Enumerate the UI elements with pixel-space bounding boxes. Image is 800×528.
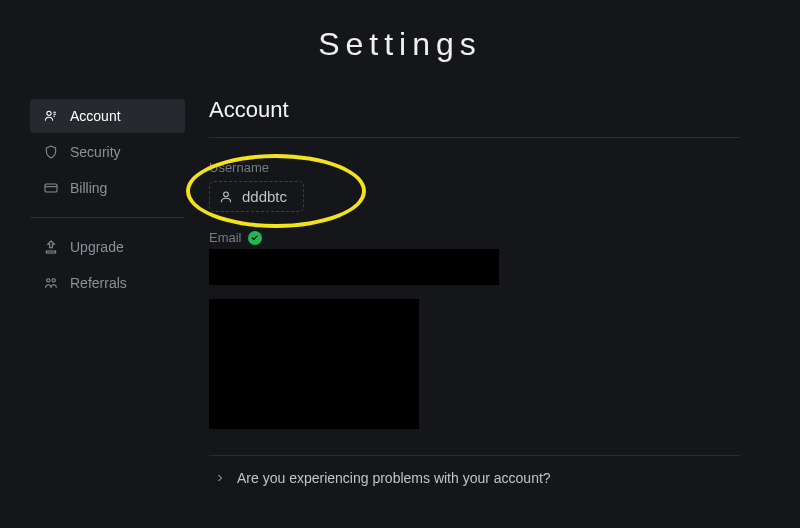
- upgrade-icon: [42, 238, 60, 256]
- troubleshoot-label: Are you experiencing problems with your …: [237, 470, 551, 486]
- sidebar-item-label: Account: [70, 108, 121, 124]
- chevron-right-icon: [213, 471, 227, 485]
- sidebar: Account Security Billing: [0, 97, 185, 500]
- svg-point-0: [47, 111, 51, 115]
- sidebar-group-secondary: Upgrade Referrals: [30, 230, 185, 300]
- main-content: Account Username dddbtc Email Are you ex…: [185, 97, 800, 500]
- section-title: Account: [209, 97, 740, 138]
- user-group-icon: [42, 107, 60, 125]
- sidebar-group-main: Account Security Billing: [30, 99, 185, 218]
- sidebar-item-billing[interactable]: Billing: [30, 171, 185, 205]
- referrals-icon: [42, 274, 60, 292]
- sidebar-item-label: Referrals: [70, 275, 127, 291]
- sidebar-item-account[interactable]: Account: [30, 99, 185, 133]
- redacted-block: [209, 299, 419, 429]
- sidebar-item-label: Upgrade: [70, 239, 124, 255]
- sidebar-item-upgrade[interactable]: Upgrade: [30, 230, 185, 264]
- user-icon: [218, 189, 234, 205]
- shield-icon: [42, 143, 60, 161]
- sidebar-item-security[interactable]: Security: [30, 135, 185, 169]
- svg-rect-1: [45, 184, 57, 192]
- username-label: Username: [209, 160, 740, 175]
- troubleshoot-toggle[interactable]: Are you experiencing problems with your …: [209, 455, 740, 500]
- svg-point-2: [47, 279, 50, 282]
- email-label: Email: [209, 230, 242, 245]
- sidebar-item-label: Security: [70, 144, 121, 160]
- username-value: dddbtc: [242, 188, 287, 205]
- sidebar-item-label: Billing: [70, 180, 107, 196]
- sidebar-item-referrals[interactable]: Referrals: [30, 266, 185, 300]
- card-icon: [42, 179, 60, 197]
- verified-icon: [248, 231, 262, 245]
- redacted-email: [209, 249, 499, 285]
- page-title: Settings: [0, 0, 800, 97]
- username-field[interactable]: dddbtc: [209, 181, 304, 212]
- svg-point-3: [52, 279, 55, 282]
- svg-point-4: [224, 192, 229, 197]
